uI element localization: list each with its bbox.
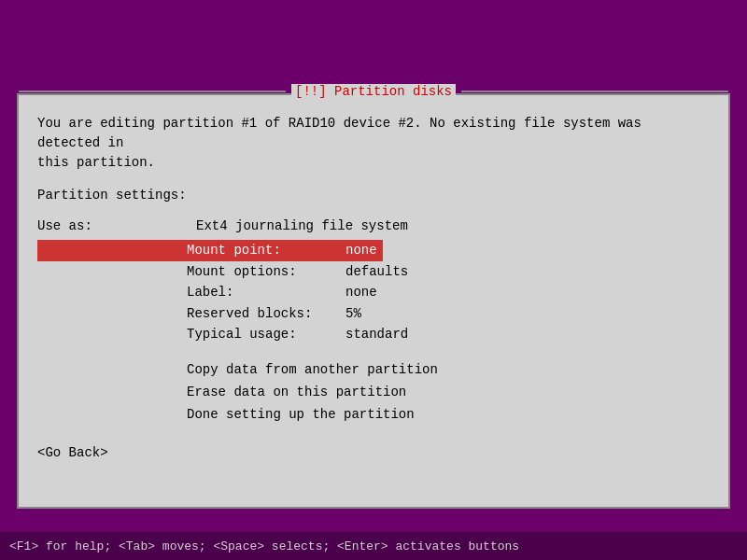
terminal-window: [!!] Partition disks You are editing par… [17,93,730,509]
description-line2: this partition. [37,153,710,173]
setting-value-2: none [345,282,377,302]
settings-row-4[interactable]: Typical usage:standard [187,324,710,344]
setting-value-0: none [345,240,377,260]
status-bar-text: <F1> for help; <Tab> moves; <Space> sele… [9,539,519,553]
action-item-0[interactable]: Copy data from another partition [187,359,710,382]
title-bar-line-left [19,91,286,92]
description-line1: You are editing partition #1 of RAID10 d… [37,114,710,153]
action-item-1[interactable]: Erase data on this partition [187,382,710,404]
use-as-value: Ext4 journaling file system [196,216,408,236]
setting-value-3: 5% [345,303,361,324]
setting-key-3: Reserved blocks: [187,303,345,324]
setting-value-1: defaults [345,261,408,282]
settings-row-3[interactable]: Reserved blocks:5% [187,303,710,324]
setting-key-1: Mount options: [187,261,345,282]
settings-row-2[interactable]: Label:none [187,282,710,302]
setting-key-4: Typical usage: [187,324,345,344]
description-text: You are editing partition #1 of RAID10 d… [37,114,710,173]
partition-settings-label: Partition settings: [37,188,710,203]
content-area: You are editing partition #1 of RAID10 d… [19,95,728,507]
title-bar: [!!] Partition disks [19,84,728,99]
status-bar: <F1> for help; <Tab> moves; <Space> sele… [0,532,747,560]
settings-row-1[interactable]: Mount options:defaults [187,261,710,282]
go-back-button[interactable]: <Go Back> [37,445,710,460]
settings-row-0[interactable]: Mount point:none [37,240,383,260]
use-as-row: Use as: Ext4 journaling file system [37,216,710,236]
use-as-key: Use as: [37,216,196,236]
settings-table: Mount point:noneMount options:defaultsLa… [187,240,710,344]
setting-key-2: Label: [187,282,345,302]
setting-value-4: standard [345,324,408,344]
setting-key-0: Mount point: [187,240,345,260]
action-item-2[interactable]: Done setting up the partition [187,404,710,427]
window-title: [!!] Partition disks [291,84,456,99]
title-bar-line-right [461,91,728,92]
actions-list: Copy data from another partitionErase da… [187,359,710,426]
